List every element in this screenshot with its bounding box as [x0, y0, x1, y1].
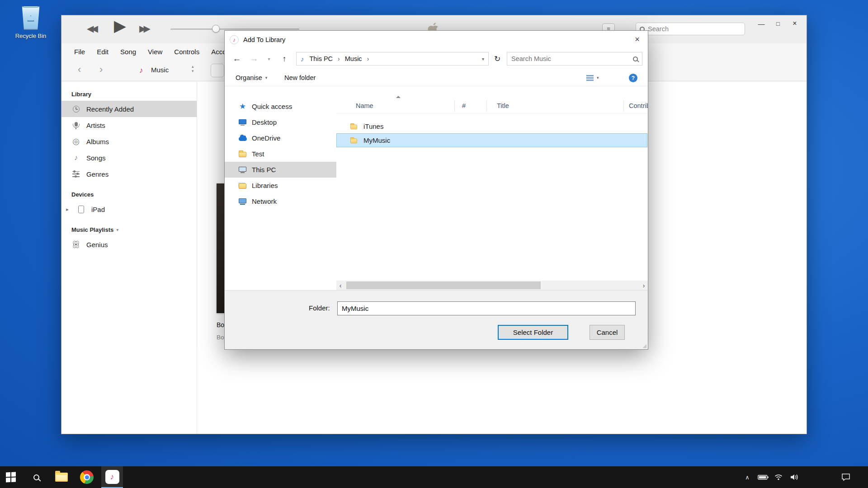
- nav-pane-item-onedrive[interactable]: OneDrive: [225, 130, 336, 146]
- expand-chevron-icon[interactable]: ▸: [64, 206, 71, 212]
- itunes-search-box[interactable]: [636, 23, 745, 35]
- volume-slider-knob[interactable]: [212, 25, 220, 33]
- folder-icon: [238, 150, 247, 158]
- dialog-close-button[interactable]: ×: [627, 31, 647, 48]
- scroll-right-icon[interactable]: ›: [640, 281, 648, 290]
- new-folder-button[interactable]: New folder: [284, 69, 316, 86]
- cancel-button[interactable]: Cancel: [590, 325, 625, 340]
- breadcrumb-chevron-icon[interactable]: ›: [336, 55, 341, 62]
- select-folder-button[interactable]: Select Folder: [498, 325, 568, 340]
- folder-icon: [350, 122, 359, 131]
- change-view-button[interactable]: ▾: [586, 69, 599, 86]
- nav-pane-item-quick-access[interactable]: ★ Quick access: [225, 99, 336, 114]
- column-header-title[interactable]: Title: [497, 99, 509, 113]
- resize-grip[interactable]: ◢: [643, 343, 646, 349]
- file-list: Name # Title Contributi iTunes MyMusic ‹: [336, 87, 648, 290]
- music-note-icon: ♪: [301, 55, 304, 63]
- nav-pane-item-desktop[interactable]: Desktop: [225, 114, 336, 130]
- play-icon[interactable]: ▶: [114, 17, 126, 35]
- devices-section-header: Devices: [61, 188, 197, 201]
- file-row-mymusic[interactable]: MyMusic: [336, 133, 647, 147]
- taskbar-search-button[interactable]: [25, 466, 47, 488]
- itunes-search-input[interactable]: [648, 25, 741, 33]
- breadcrumb-music[interactable]: Music: [343, 55, 364, 62]
- column-divider[interactable]: [623, 100, 624, 111]
- column-header-contributing[interactable]: Contributi: [629, 99, 648, 113]
- forward-chevron-icon[interactable]: ›: [99, 64, 103, 75]
- dialog-search-box[interactable]: [507, 52, 642, 66]
- rewind-icon[interactable]: ◀◀: [87, 23, 95, 34]
- scroll-left-icon[interactable]: ‹: [336, 281, 344, 290]
- file-explorer-button[interactable]: [51, 466, 72, 488]
- back-chevron-icon[interactable]: ‹: [78, 64, 81, 75]
- genre-sliders-icon: [71, 169, 80, 178]
- nav-pane-item-libraries[interactable]: Libraries: [225, 178, 336, 193]
- network-icon: [238, 197, 247, 206]
- dialog-title-bar[interactable]: ♪ Add To Library: [225, 31, 648, 48]
- refresh-icon[interactable]: ↻: [491, 48, 504, 69]
- fast-forward-icon[interactable]: ▶▶: [139, 23, 148, 34]
- sidebar-item-ipad[interactable]: ▸ iPad: [61, 201, 197, 217]
- sidebar-item-artists[interactable]: Artists: [61, 117, 197, 133]
- up-one-level-icon[interactable]: ↑: [277, 48, 292, 69]
- recycle-bin-shortcut[interactable]: Recycle Bin: [10, 6, 52, 39]
- column-header-number[interactable]: #: [462, 99, 466, 113]
- address-bar[interactable]: ♪ This PC › Music › ▾: [296, 52, 489, 66]
- menu-song[interactable]: Song: [120, 48, 136, 56]
- dialog-title: Add To Library: [243, 36, 285, 43]
- column-divider[interactable]: [486, 100, 487, 111]
- start-button[interactable]: [0, 466, 22, 488]
- sidebar-item-recently-added[interactable]: Recently Added: [61, 101, 197, 117]
- ipad-icon: [76, 205, 85, 214]
- forward-arrow-icon[interactable]: →: [247, 48, 261, 69]
- volume-icon[interactable]: [786, 466, 802, 488]
- history-dropdown-icon[interactable]: ▾: [264, 48, 274, 69]
- add-to-library-dialog: ♪ Add To Library × ← → ▾ ↑ ♪ This PC › M…: [224, 30, 648, 350]
- hidden-icons-caret[interactable]: ∧: [740, 466, 755, 488]
- media-picker[interactable]: Music: [151, 66, 169, 74]
- horizontal-scrollbar[interactable]: ‹ ›: [336, 281, 648, 290]
- folder-field-label: Folder:: [309, 304, 330, 312]
- menu-edit[interactable]: Edit: [97, 48, 108, 56]
- recycle-bin-icon: [21, 6, 40, 30]
- desktop: Recycle Bin ◀◀ ▶ ▶▶ ≡ — □ × File: [0, 0, 868, 488]
- battery-icon[interactable]: [755, 466, 771, 488]
- sidebar-item-genius[interactable]: Genius: [61, 236, 197, 253]
- wifi-icon[interactable]: [771, 466, 786, 488]
- back-arrow-icon[interactable]: ←: [229, 48, 245, 69]
- genius-atom-icon: [71, 240, 80, 249]
- chevron-down-icon[interactable]: ▾: [116, 227, 118, 232]
- file-row-itunes[interactable]: iTunes: [336, 119, 647, 133]
- sidebar-item-genres[interactable]: Genres: [61, 166, 197, 182]
- itunes-taskbar-button[interactable]: ♪: [101, 466, 123, 488]
- navigation-pane: ★ Quick access Desktop OneDrive Test: [225, 87, 336, 290]
- menu-file[interactable]: File: [74, 48, 85, 56]
- miniplayer-thumbnail[interactable]: [211, 64, 224, 77]
- nav-pane-item-network[interactable]: Network: [225, 193, 336, 209]
- column-divider[interactable]: [454, 100, 455, 111]
- menu-controls[interactable]: Controls: [174, 48, 199, 56]
- nav-pane-item-this-pc[interactable]: This PC: [225, 162, 336, 178]
- menu-view[interactable]: View: [148, 48, 162, 56]
- action-center-icon[interactable]: [838, 466, 854, 488]
- organise-menu-button[interactable]: Organise ▾: [236, 69, 267, 86]
- desktop-monitor-icon: [238, 118, 247, 127]
- album-title[interactable]: Bo: [217, 321, 224, 328]
- close-button[interactable]: ×: [787, 17, 802, 30]
- maximize-button[interactable]: □: [770, 17, 786, 30]
- sidebar-item-songs[interactable]: ♪ Songs: [61, 150, 197, 166]
- address-dropdown-icon[interactable]: ▾: [482, 56, 484, 61]
- minimize-button[interactable]: —: [754, 17, 769, 30]
- breadcrumb-this-pc[interactable]: This PC: [308, 55, 335, 62]
- nav-pane-item-test[interactable]: Test: [225, 146, 336, 162]
- dialog-search-input[interactable]: [511, 55, 629, 62]
- column-header-name[interactable]: Name: [356, 99, 373, 113]
- scrollbar-thumb[interactable]: [346, 282, 541, 289]
- help-icon[interactable]: ?: [629, 74, 637, 82]
- chrome-button[interactable]: [76, 466, 98, 488]
- sidebar-item-albums[interactable]: ◎ Albums: [61, 133, 197, 150]
- folder-name-input[interactable]: [337, 301, 636, 315]
- breadcrumb-chevron-icon[interactable]: ›: [366, 55, 371, 62]
- media-picker-carets-icon[interactable]: ▴▾: [192, 64, 194, 73]
- volume-slider-track[interactable]: [170, 28, 299, 30]
